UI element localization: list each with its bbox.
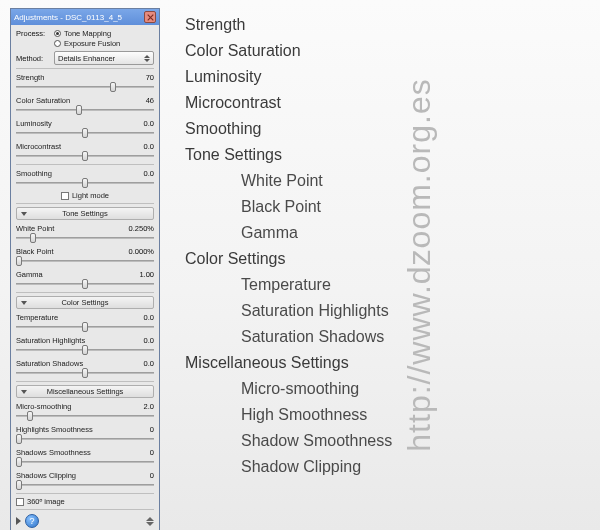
s0_1-head: Black Point0.000% — [16, 247, 154, 256]
s2_3-slider[interactable] — [16, 480, 154, 490]
outline-item: Strength — [185, 12, 505, 38]
s2_1-value: 0 — [150, 425, 154, 434]
s2_1-slider[interactable] — [16, 434, 154, 444]
outline-item: Gamma — [241, 220, 505, 246]
s1_2-slider[interactable] — [16, 368, 154, 378]
s2_1-head: Highlights Smoothness0 — [16, 425, 154, 434]
image360-row: 360º image — [16, 497, 154, 506]
image360-checkbox[interactable] — [16, 498, 24, 506]
divider — [16, 203, 154, 204]
outline-item: Luminosity — [185, 64, 505, 90]
outline-item: White Point — [241, 168, 505, 194]
section-header[interactable]: Tone Settings — [16, 207, 154, 220]
triangle-down-icon — [21, 212, 27, 216]
cycle-updown-icon[interactable] — [146, 517, 154, 526]
smoothing-label: Smoothing — [16, 169, 52, 178]
s0_2-slider[interactable] — [16, 279, 154, 289]
top3-value: 0.0 — [144, 142, 154, 151]
outline-item: Saturation Highlights — [241, 298, 505, 324]
s2_2-value: 0 — [150, 448, 154, 457]
top0-value: 70 — [146, 73, 154, 82]
settings-outline: StrengthColor SaturationLuminosityMicroc… — [185, 12, 505, 480]
top0-label: Strength — [16, 73, 44, 82]
top0-slider[interactable] — [16, 82, 154, 92]
outline-item: Saturation Shadows — [241, 324, 505, 350]
s1_2-value: 0.0 — [144, 359, 154, 368]
s0_1-value: 0.000% — [129, 247, 154, 256]
outline-item: Temperature — [241, 272, 505, 298]
section-header[interactable]: Miscellaneous Settings — [16, 385, 154, 398]
s2_0-value: 2.0 — [144, 402, 154, 411]
close-icon[interactable] — [144, 11, 156, 23]
method-label: Method: — [16, 54, 54, 63]
process-row: Process: Tone Mapping — [16, 29, 154, 38]
s2_3-head: Shadows Clipping0 — [16, 471, 154, 480]
outline-item: Microcontrast — [185, 90, 505, 116]
s0_0-head: White Point0.250% — [16, 224, 154, 233]
s2_2-label: Shadows Smoothness — [16, 448, 91, 457]
s1_1-label: Saturation Highlights — [16, 336, 85, 345]
light-mode-row: Light mode — [16, 191, 154, 200]
top3-slider[interactable] — [16, 151, 154, 161]
light-mode-label: Light mode — [72, 191, 109, 200]
image360-label: 360º image — [27, 497, 65, 506]
section-header[interactable]: Color Settings — [16, 296, 154, 309]
smoothing-slider[interactable] — [16, 178, 154, 188]
top3-label: Microcontrast — [16, 142, 61, 151]
s2_0-slider[interactable] — [16, 411, 154, 421]
divider — [16, 164, 154, 165]
divider — [16, 509, 154, 510]
outline-item: Miscellaneous Settings — [185, 350, 505, 376]
top2-head: Luminosity0.0 — [16, 119, 154, 128]
top1-slider[interactable] — [16, 105, 154, 115]
chevron-updown-icon — [144, 55, 150, 62]
s2_2-head: Shadows Smoothness0 — [16, 448, 154, 457]
s2_0-head: Micro-smoothing2.0 — [16, 402, 154, 411]
divider — [16, 68, 154, 69]
top0-head: Strength70 — [16, 73, 154, 82]
top2-value: 0.0 — [144, 119, 154, 128]
outline-item: Shadow Smoothness — [241, 428, 505, 454]
s2_2-slider[interactable] — [16, 457, 154, 467]
method-value: Details Enhancer — [58, 54, 115, 63]
s2_3-label: Shadows Clipping — [16, 471, 76, 480]
method-row: Method: Details Enhancer — [16, 51, 154, 65]
process-label: Process: — [16, 29, 54, 38]
triangle-down-icon — [21, 301, 27, 305]
divider — [16, 493, 154, 494]
s0_2-label: Gamma — [16, 270, 43, 279]
help-icon[interactable]: ? — [25, 514, 39, 528]
top3-head: Microcontrast0.0 — [16, 142, 154, 151]
outline-item: Black Point — [241, 194, 505, 220]
radio-exposure-label: Exposure Fusion — [64, 39, 120, 48]
titlebar[interactable]: Adjustments - DSC_0113_4_5 — [11, 9, 159, 25]
radio-tone-label: Tone Mapping — [64, 29, 111, 38]
section-title: Color Settings — [61, 298, 108, 307]
s1_0-slider[interactable] — [16, 322, 154, 332]
top1-head: Color Saturation46 — [16, 96, 154, 105]
top2-slider[interactable] — [16, 128, 154, 138]
process-row-2: Exposure Fusion — [16, 39, 154, 48]
s0_0-slider[interactable] — [16, 233, 154, 243]
outline-item: Color Settings — [185, 246, 505, 272]
outline-item: Tone Settings — [185, 142, 505, 168]
method-select[interactable]: Details Enhancer — [54, 51, 154, 65]
footer-row: ? — [16, 514, 154, 528]
collapse-icon[interactable] — [16, 517, 21, 525]
s0_0-label: White Point — [16, 224, 54, 233]
s1_1-slider[interactable] — [16, 345, 154, 355]
s2_1-label: Highlights Smoothness — [16, 425, 93, 434]
radio-tone-mapping[interactable] — [54, 30, 61, 37]
s0_1-slider[interactable] — [16, 256, 154, 266]
s0_0-value: 0.250% — [129, 224, 154, 233]
radio-exposure-fusion[interactable] — [54, 40, 61, 47]
divider — [16, 381, 154, 382]
light-mode-checkbox[interactable] — [61, 192, 69, 200]
section-title: Tone Settings — [62, 209, 107, 218]
smoothing-value: 0.0 — [144, 169, 154, 178]
adjustments-panel: Adjustments - DSC_0113_4_5 Process: Tone… — [10, 8, 160, 530]
outline-item: High Smoothness — [241, 402, 505, 428]
s1_0-head: Temperature0.0 — [16, 313, 154, 322]
top1-label: Color Saturation — [16, 96, 70, 105]
smoothing-head: Smoothing 0.0 — [16, 169, 154, 178]
